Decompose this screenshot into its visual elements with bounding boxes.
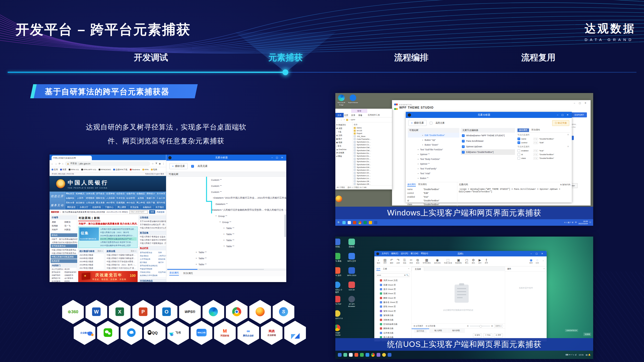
column-header-name[interactable]: 名称 [354,123,391,126]
explorer-tab[interactable]: 查看 [358,114,362,117]
more-link[interactable]: 更多>> [131,250,136,253]
toolbar-button[interactable]: ▦管理依赖库 [423,258,431,264]
dept-link[interactable]: 办公厅(党委办公室) [52,268,63,270]
hot-link[interactable]: 在线访谈 [158,257,166,261]
uos-desktop-icon[interactable]: WPS 2019 [346,267,357,277]
leader-name[interactable]: 刘桂平 [51,228,64,232]
prop-row[interactable]: enabled≡ ∨"true" [516,149,570,153]
notice-link[interactable]: 中国人民银行2022年度分行公开招聘参… [139,226,166,230]
uos-desktop-icon[interactable]: SoapUI 5.7.0 [335,310,343,320]
nav-item[interactable]: 学术交流 [115,196,126,200]
taskbar-app-icon[interactable] [343,353,347,357]
nav-item[interactable]: 金融稳定 [136,192,146,196]
tab-flow-orchestration[interactable]: 流程编排 [394,52,428,63]
hot-link[interactable]: 货币政策委员会例会论文 [139,264,158,267]
bookmark-item[interactable]: RPADEMO [99,168,111,171]
export-button[interactable]: EXPORT [572,112,587,117]
tree-item[interactable]: ▸DataItem "2021年中国人民银行工作会… 2021年中国人民银行工作… [166,195,286,201]
nav-item[interactable]: 在线申报 [90,205,103,209]
taskbar-chrome-icon[interactable] [358,221,361,224]
tree-item[interactable]: ▸Edit "DoubleTextBox" [408,133,459,138]
site-search-input[interactable]: 请输入搜索关键字 [129,210,148,214]
taskbar-app-icon[interactable] [388,353,391,357]
zoom-value[interactable]: 100% ∨ [494,325,503,328]
tree-item[interactable]: ▾Table "" [166,243,286,249]
hot-link[interactable]: 统计数据 [139,261,158,264]
file-row[interactable]: Syncfusion.Lic… [354,177,391,180]
dept-link[interactable]: 条法司 [64,268,76,270]
pagetop-left-links[interactable]: 术语表 | 网站地图 | RSS订阅 [52,173,74,175]
tree-item[interactable]: ▸Spinner "" [408,152,459,157]
nav-item[interactable]: 信贷政策 [115,192,126,196]
toolbar-button[interactable]: ◉教程 [529,258,533,264]
nav-item[interactable]: 金融科技 [65,196,75,200]
explorer-file-tab[interactable]: 文件 [335,113,344,117]
copy-code-button[interactable]: ⧉ 复制代码 [560,183,570,186]
bookmark-item[interactable]: 百度 [60,168,66,171]
taskbar-app-icon[interactable] [377,353,380,357]
tree-item[interactable]: ▾DataItem "人民银行召开金融机构货币信贷形势… 中国人民银行公告〔20… [166,207,286,213]
tab-element-capture[interactable]: 元素捕获 [268,52,303,63]
file-row[interactable]: Syncfusion.Co… [354,143,391,146]
hot-link[interactable] [158,267,166,270]
uos-desktop-icon[interactable]: AT-SPI Browser [346,296,357,307]
hot-link[interactable]: 政府网站工作年度报表 [139,274,158,277]
extensions-icon[interactable]: ⧩ [155,162,157,165]
zoom-out-icon[interactable]: ⊖ [467,325,468,327]
collapse-icon[interactable]: ⌃ [542,260,544,263]
uos-desktop-icon[interactable]: 计算机 [335,239,343,248]
bookmark-item[interactable]: 应用 [52,168,58,171]
leader-name[interactable]: 陈雨露 [51,224,64,228]
control-list-item[interactable]: 复制单元格 [374,313,411,318]
bookmark-item[interactable]: RPA [142,168,149,171]
law-link[interactable]: 中国人民银行 中国银行保险监督… [106,253,137,257]
reload-icon[interactable]: ⟳ [59,162,61,165]
news-list-link[interactable]: 人民银行党委召开会议 传达学习中央… [100,241,137,244]
hot-link[interactable]: 银行卡 [158,261,166,264]
control-list-item[interactable]: 显示 Sheet 页 [374,287,411,291]
tree-item[interactable]: DataItem "" [166,201,286,207]
tree-item[interactable]: ▾Group "" [166,219,286,225]
file-row[interactable]: Syncfusion.Dat… [354,149,391,152]
taskbar-app-icon[interactable] [382,353,386,357]
hot-link[interactable]: 利率 [158,251,166,254]
tree-item[interactable]: ▸Spinner "" [408,161,459,166]
toolbar-button[interactable]: ↷还原 [396,258,400,264]
file-row[interactable]: Export [354,132,391,135]
tree-item[interactable]: ▸Text "FontFamily" [408,166,459,171]
nav-item[interactable]: 图文直播 [95,201,105,205]
nav-item[interactable]: 党建工作 [146,196,156,200]
menu-item[interactable]: 帮助(H) [421,252,428,255]
explorer-nav-item[interactable]: ⇄ 网络 [336,155,351,158]
explorer-nav-item[interactable]: ☁ OneDrive [336,148,351,151]
leader-name[interactable]: 易纲 [51,220,64,224]
explorer-nav-item[interactable]: ▤ 文档 [336,134,351,137]
control-list-item[interactable]: 区域粘贴单元格 [374,322,411,326]
taskbar-app-icon[interactable] [342,221,346,224]
nav-category-info[interactable]: 信息公开 [50,192,65,201]
hot-link[interactable]: 公开市场业务 [139,257,158,261]
tree-item[interactable]: Custom "" [166,189,286,195]
uos-desktop-icon[interactable]: Google Chrome [335,325,343,336]
toolbar-button[interactable]: ▤保存 [383,258,387,264]
log-tab[interactable]: 输入参数 [429,329,447,333]
file-row[interactable]: Syncfusion.Edi… [354,166,391,169]
nav-item[interactable]: 本行动态 [126,201,136,205]
law-link[interactable]: 中国人民银行关于加强支付受理… [106,260,137,263]
stats-link[interactable]: 2019年统计数据 [78,260,104,263]
notice-link[interactable]: 关于2020年度金融科技发展奖获奖项目… [139,220,166,223]
hot-link[interactable]: 中国钱币博物馆 [139,267,158,270]
explorer-nav-item[interactable]: ★ 快速访问 [336,123,351,127]
site-search-button[interactable]: 搜索 [149,210,155,214]
tab-basic-props[interactable]: 基础属性 [517,128,529,132]
address-bar[interactable]: ▲ 不安全 | pbc.gov.cn [65,161,150,166]
tab-flow-reuse[interactable]: 流程复用 [521,52,555,63]
window-controls[interactable]: – ▢ ✕ [531,252,545,255]
horizontal-scrollbar[interactable] [166,268,286,270]
explorer-manage-tab[interactable]: 管理 [351,109,367,113]
uos-desktop-icon[interactable]: 回收站 [346,239,357,248]
explorer-nav-item[interactable]: ↓ 下载 [336,130,351,134]
control-list-item[interactable]: 复制 Sheet 页 [374,309,411,313]
log-action-button[interactable]: ⊘ 清空 [494,333,503,337]
tree-item[interactable]: ▸Button "Up" [408,138,459,142]
